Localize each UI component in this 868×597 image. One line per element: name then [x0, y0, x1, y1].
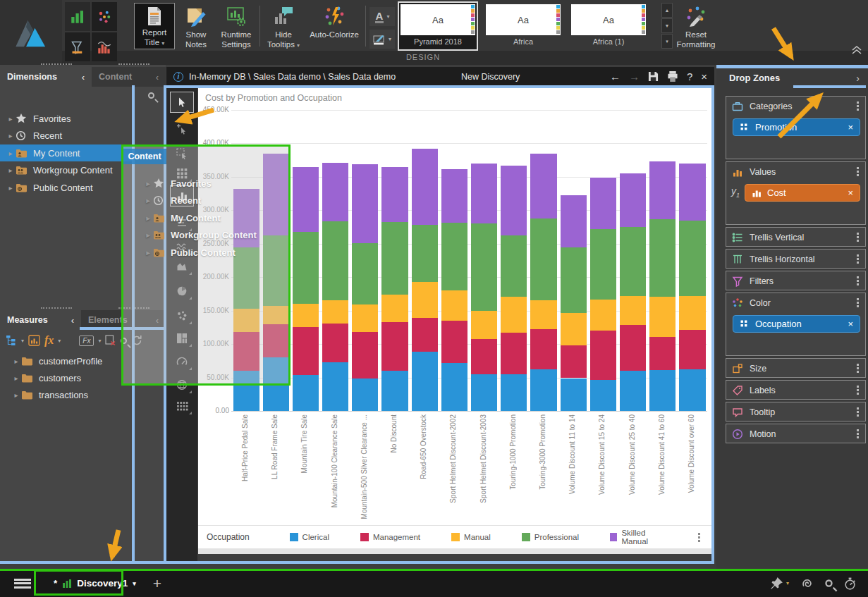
tool-select-cursor[interactable] — [170, 92, 194, 113]
dropdown-icon[interactable]: ▾ — [58, 338, 61, 344]
bar-segment-manual[interactable] — [381, 295, 408, 322]
bar-segment-skilled-manual[interactable] — [679, 164, 705, 221]
tab-dimensions[interactable]: Dimensions‹ — [0, 67, 92, 87]
bar-segment-clerical[interactable] — [649, 370, 676, 411]
bar-segment-professional[interactable] — [590, 229, 616, 300]
drag-handle[interactable] — [41, 307, 72, 309]
bar-segment-management[interactable] — [530, 329, 556, 369]
bar-segment-manual[interactable] — [590, 300, 616, 331]
report-title-button[interactable]: Report Title ▾ — [134, 3, 175, 49]
chip-occupation[interactable]: Occupation× — [733, 315, 860, 333]
dropdown-icon[interactable]: ▾ — [98, 338, 101, 344]
bar-segment-skilled-manual[interactable] — [441, 169, 467, 223]
font-color-button[interactable]: A ▾ — [369, 7, 395, 26]
caret-icon[interactable]: ▸ — [6, 132, 16, 140]
theme-scroll-down-button[interactable]: ▼ — [661, 18, 673, 33]
bar-segment-clerical[interactable] — [561, 378, 587, 411]
fx-box-icon[interactable]: Fx — [79, 336, 94, 346]
bar-segment-skilled-manual[interactable] — [352, 164, 378, 243]
drop-zone-menu-icon[interactable] — [857, 171, 859, 173]
bar-segment-clerical[interactable] — [322, 362, 348, 411]
scatter-view-button[interactable] — [92, 2, 117, 31]
hierarchy-view-icon[interactable] — [6, 335, 17, 346]
theme-gallery-expand-button[interactable]: ▾ — [661, 34, 673, 49]
drop-zone-filters[interactable]: Filters — [726, 271, 866, 290]
bar-segment-management[interactable] — [381, 322, 408, 371]
bar-segment-manual[interactable] — [322, 300, 348, 323]
bar-segment-professional[interactable] — [561, 247, 587, 313]
chip-promotion[interactable]: Promotion× — [733, 118, 860, 136]
horizontal-scrollbar[interactable] — [198, 548, 711, 554]
bar-segment-clerical[interactable] — [501, 374, 527, 411]
tab-measures[interactable]: Measures‹ — [0, 310, 81, 330]
bar-segment-management[interactable] — [322, 324, 348, 362]
column-chart-view-button[interactable] — [65, 2, 90, 31]
save-icon[interactable] — [648, 71, 659, 82]
bar-segment-professional[interactable] — [530, 219, 556, 301]
expand-panel-icon[interactable]: › — [856, 73, 860, 84]
drop-zone-menu-icon[interactable] — [857, 433, 859, 435]
bar-segment-clerical[interactable] — [293, 375, 319, 411]
bar-segment-skilled-manual[interactable] — [293, 167, 319, 232]
legend-item-skilled-manual[interactable]: Skilled Manual — [610, 529, 667, 546]
drop-zone-menu-icon[interactable] — [857, 105, 859, 107]
bar-segment-clerical[interactable] — [441, 363, 467, 411]
bar-segment-skilled-manual[interactable] — [590, 178, 616, 229]
caret-icon[interactable]: ▸ — [11, 374, 21, 382]
bar-segment-manual[interactable] — [352, 304, 378, 332]
tree-item-favorites[interactable]: ▸Favorites — [0, 110, 133, 127]
tool-matrix-view[interactable] — [170, 395, 194, 417]
bar-segment-manual[interactable] — [620, 296, 646, 325]
drop-zone-menu-icon[interactable] — [857, 411, 859, 413]
measure-grid-icon[interactable] — [28, 335, 40, 346]
bar-segment-clerical[interactable] — [471, 374, 497, 411]
chip-cost[interactable]: Cost× — [745, 184, 860, 202]
caret-icon[interactable]: ▸ — [11, 391, 21, 399]
drop-zone-menu-icon[interactable] — [857, 302, 859, 304]
theme-africa-1-[interactable]: AaAfrica (1) — [568, 1, 649, 51]
bar-segment-manual[interactable] — [649, 297, 676, 337]
bar-segment-clerical[interactable] — [412, 352, 438, 411]
bar-segment-skilled-manual[interactable] — [381, 167, 408, 223]
drop-zone-motion[interactable]: Motion — [726, 424, 866, 443]
legend-item-clerical[interactable]: Clerical — [290, 529, 329, 546]
drop-zone-menu-icon[interactable] — [857, 389, 859, 391]
bar-segment-skilled-manual[interactable] — [530, 154, 556, 219]
bar-segment-management[interactable] — [441, 321, 467, 363]
print-icon[interactable] — [667, 71, 678, 82]
histogram-view-button[interactable] — [92, 32, 117, 61]
theme-pyramid-2018[interactable]: AaPyramid 2018 — [398, 1, 478, 51]
back-button[interactable]: ← — [610, 70, 621, 82]
show-notes-button[interactable]: Show Notes — [178, 4, 214, 49]
bar-segment-professional[interactable] — [381, 222, 408, 294]
bar-segment-management[interactable] — [293, 327, 319, 374]
bar-segment-management[interactable] — [620, 325, 646, 371]
pin-dropdown-icon[interactable]: ▾ — [786, 580, 789, 586]
tool-point-select[interactable] — [170, 118, 194, 140]
bar-segment-management[interactable] — [501, 333, 527, 374]
clear-selection-icon[interactable] — [105, 335, 116, 346]
zoom-icon[interactable] — [825, 579, 832, 586]
drop-zone-tooltip[interactable]: Tooltip — [726, 402, 866, 421]
reset-formatting-button[interactable]: Reset Formatting — [673, 4, 719, 49]
bar-segment-professional[interactable] — [679, 221, 705, 296]
caret-icon[interactable]: ▸ — [6, 166, 16, 174]
legend-menu-icon[interactable] — [698, 536, 700, 538]
bar-segment-management[interactable] — [471, 339, 497, 374]
add-tab-button[interactable]: + — [153, 575, 161, 592]
dropdown-icon[interactable]: ▾ — [21, 338, 24, 344]
menu-icon[interactable] — [14, 579, 31, 589]
remove-chip-icon[interactable]: × — [848, 122, 853, 133]
timer-icon[interactable] — [843, 577, 857, 591]
bar-segment-skilled-manual[interactable] — [620, 173, 646, 227]
bar-segment-skilled-manual[interactable] — [561, 195, 587, 247]
drop-zone-size[interactable]: Size — [726, 358, 866, 378]
bar-segment-professional[interactable] — [649, 219, 676, 297]
tree-item-my-content[interactable]: ▸My Content — [0, 144, 133, 161]
remove-chip-icon[interactable]: × — [848, 319, 853, 329]
bar-segment-management[interactable] — [352, 332, 378, 378]
legend-item-manual[interactable]: Manual — [451, 529, 491, 546]
bar-segment-professional[interactable] — [412, 225, 438, 282]
bar-segment-management[interactable] — [649, 337, 676, 370]
help-button[interactable]: ? — [687, 70, 692, 82]
